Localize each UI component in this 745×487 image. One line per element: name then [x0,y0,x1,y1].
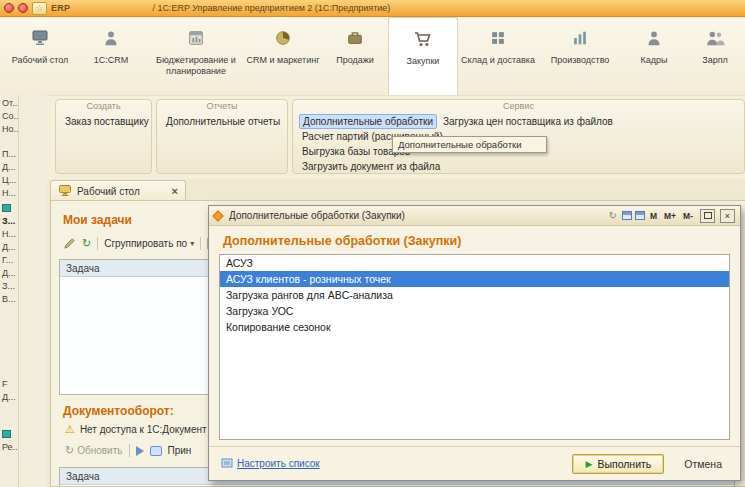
dialog-title: Дополнительные обработки (Закупки) [229,210,604,221]
sidebar-item[interactable]: Н... [0,228,18,241]
window-mode-icon[interactable] [635,211,645,220]
window-close-button[interactable] [4,3,14,13]
ribbon-tab-label: Бюджетирование и планирование [148,55,244,77]
sidebar-item[interactable]: Д... [0,241,18,254]
configure-list-icon [221,457,233,471]
sidebar-item[interactable]: Д... [0,161,18,174]
people-icon [704,28,726,48]
run-button[interactable]: ▶ Выполнить [572,454,664,474]
grid-icon [487,28,509,48]
section-marker-icon [2,204,11,212]
maximize-icon [704,212,712,219]
maximize-button[interactable] [700,209,715,223]
favorites-star-icon[interactable]: ☆ [32,2,47,15]
group-title: Создать [56,101,151,111]
group-title: Сервис [293,101,744,111]
cancel-button[interactable]: Отмена [678,455,728,473]
bar-chart-icon [569,28,591,48]
ribbon-tabs: Рабочий стол 1С:CRM Бюджетирование и пла… [0,17,745,95]
close-icon[interactable]: × [172,185,178,197]
sidebar-item[interactable]: Д... [0,391,18,404]
ribbon-tab-payroll[interactable]: Зарпл [686,17,744,95]
processings-list: АСУЗ АСУЗ клиентов - розничных точек Заг… [219,254,730,440]
ribbon-tab-label: CRM и маркетинг [247,55,320,66]
menu-item-load-supplier-prices[interactable]: Загрузка цен поставщика из файлов [440,114,616,129]
sidebar-item[interactable]: З... [0,215,18,228]
ribbon-tab-crm-marketing[interactable]: CRM и маркетинг [244,17,322,95]
ribbon-tab-label: Рабочий стол [12,55,69,66]
sidebar-item[interactable]: F [0,378,18,391]
message-icon[interactable] [150,446,162,456]
desktop-tab-icon [58,183,72,199]
sidebar-item[interactable]: Со... [0,110,18,123]
refresh-icon[interactable]: ↻ [82,237,91,250]
window-mode-icon[interactable] [622,211,632,220]
sidebar-item[interactable]: Г... [0,254,18,267]
toolbar-separator [129,444,130,457]
ribbon-tab-hr[interactable]: Кадры [622,17,686,95]
brand-label: ERP [51,3,70,13]
cart-icon [412,29,434,49]
person-icon [643,28,665,48]
dialog-footer: Настроить список ▶ Выполнить Отмена [209,446,740,480]
sidebar-item[interactable]: Но... [0,123,18,136]
dialog-titlebar[interactable]: Дополнительные обработки (Закупки) ↻ М М… [209,206,740,226]
scale-minus-button[interactable]: М- [681,211,695,221]
window-minimize-button[interactable] [18,3,28,13]
forward-icon[interactable] [136,446,144,456]
briefcase-icon [344,28,366,48]
chevron-down-icon: ▾ [190,239,194,248]
list-item[interactable]: Загрузка УОС [220,303,729,319]
ribbon-tab-label: Продажи [336,55,374,66]
configure-list-link[interactable]: Настроить список [237,458,320,469]
group-by-button[interactable]: Сгруппировать по ▾ [104,238,194,249]
edit-icon[interactable] [63,237,76,250]
sidebar-item[interactable]: Д... [0,267,18,280]
ribbon-tab-desktop[interactable]: Рабочий стол [6,17,74,95]
dialog-icon [212,210,223,221]
scale-button[interactable]: М [648,211,659,221]
group-create: Создать Заказ поставщику [55,99,152,174]
docflow-toolbar: ↻ Обновить Прин [65,444,191,457]
menu-item-load-document-from-file[interactable]: Загрузить документ из файла [299,159,740,174]
docflow-warning-text: Нет доступа к 1С:Документ [80,424,207,435]
menu-item-additional-reports[interactable]: Дополнительные отчеты [163,114,283,129]
list-item-selected[interactable]: АСУЗ клиентов - розничных точек [220,271,729,287]
scale-plus-button[interactable]: М+ [662,211,678,221]
sidebar-item[interactable]: В... [0,293,18,306]
workspace-tab-desktop[interactable]: Рабочий стол × [50,180,186,201]
sidebar: От... Со... Но... П... Д... Ц... Н... З.… [0,92,47,487]
sidebar-item[interactable]: Н... [0,187,18,200]
ribbon-tab-purchases[interactable]: Закупки [388,17,458,95]
list-item[interactable]: Копирование сезонок [220,319,729,335]
sidebar-column: От... Со... Но... П... Д... Ц... Н... З.… [0,92,19,487]
menu-item-supplier-order[interactable]: Заказ поставщику [62,114,147,129]
refresh-icon[interactable]: ↻ [607,210,619,221]
ribbon-tab-label: Закупки [407,56,440,67]
ribbon-tab-label: Зарпл [702,55,728,66]
sidebar-item[interactable]: Ре... [0,441,18,454]
my-tasks-title: Мои задачи [63,213,132,227]
ribbon-tab-warehouse[interactable]: Склад и доставка [458,17,538,95]
ribbon-tab-budgeting[interactable]: Бюджетирование и планирование [148,17,244,95]
ribbon-tab-label: Склад и доставка [461,55,535,66]
sidebar-item[interactable]: П... [0,148,18,161]
accept-button[interactable]: Прин [168,445,192,456]
sidebar-item[interactable]: Ц... [0,174,18,187]
close-icon: × [725,211,730,221]
ribbon-tab-production[interactable]: Производство [538,17,622,95]
titlebar: ☆ ERP / 1С:ERP Управление предприятием 2… [0,0,745,17]
tooltip: Дополнительные обработки [392,136,547,153]
ribbon-tab-crm[interactable]: 1С:CRM [74,17,148,95]
ribbon-tab-sales[interactable]: Продажи [322,17,388,95]
workspace-tab-label: Рабочий стол [77,186,167,197]
list-item[interactable]: Загрузка рангов для ABC-анализа [220,287,729,303]
ribbon-tab-label: Кадры [641,55,668,66]
sidebar-item[interactable]: З... [0,280,18,293]
close-button[interactable]: × [720,209,735,223]
person-icon [100,28,122,48]
list-item[interactable]: АСУЗ [220,255,729,271]
group-reports: Отчеты Дополнительные отчеты [156,99,288,174]
refresh-button[interactable]: ↻ Обновить [65,444,123,457]
sidebar-item[interactable]: От... [0,97,18,110]
